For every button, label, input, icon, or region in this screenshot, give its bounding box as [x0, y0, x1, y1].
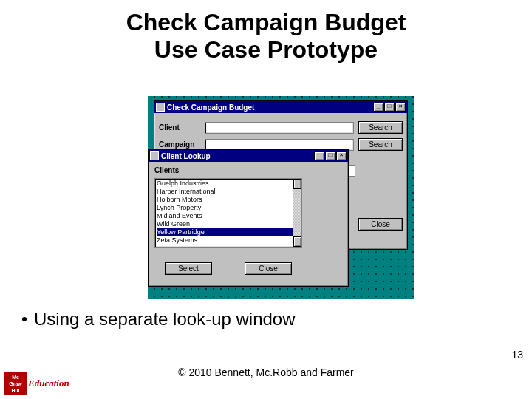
bullet-icon [22, 317, 27, 321]
clients-listbox[interactable]: Guelph Industries Harper International H… [154, 178, 302, 248]
list-item[interactable]: Holborn Motors [157, 196, 300, 204]
system-menu-icon[interactable] [156, 103, 165, 112]
list-item[interactable]: Guelph Industries [157, 180, 300, 188]
slide-title: Check Campaign Budget Use Case Prototype [0, 0, 532, 64]
campaign-label: Campaign [159, 140, 200, 149]
list-item[interactable]: Wild Green [157, 220, 300, 228]
main-window-titlebar[interactable]: Check Campaign Budget _ □ × [154, 101, 407, 113]
page-number: 13 [511, 349, 523, 361]
maximize-icon[interactable]: □ [384, 103, 395, 112]
list-item-selected[interactable]: Yellow Partridge [157, 228, 300, 236]
client-input[interactable] [205, 122, 354, 134]
lookup-close-button[interactable]: Close [245, 262, 292, 275]
list-item[interactable]: Lynch Property [157, 204, 300, 212]
campaign-search-button[interactable]: Search [358, 138, 403, 151]
lookup-window-title: Client Lookup [161, 152, 313, 160]
copyright-text: © 2010 Bennett, Mc.Robb and Farmer [0, 366, 532, 378]
main-close-button[interactable]: Close [358, 218, 403, 231]
publisher-logo: McGrawHill Education [4, 372, 69, 395]
title-line-1: Check Campaign Budget [126, 9, 406, 35]
maximize-icon[interactable]: □ [325, 151, 335, 160]
lookup-window: Client Lookup _ □ × Clients Guelph Indus… [148, 149, 349, 287]
listbox-scrollbar[interactable] [293, 179, 301, 247]
title-line-2: Use Case Prototype [154, 36, 378, 63]
bullet-text: Using a separate look-up window [34, 309, 296, 329]
slide-bullet: Using a separate look-up window [22, 309, 296, 330]
list-item[interactable]: Midland Events [157, 212, 300, 220]
select-button[interactable]: Select [165, 262, 212, 275]
clients-label: Clients [154, 166, 196, 174]
minimize-icon[interactable]: _ [314, 151, 324, 160]
close-icon[interactable]: × [336, 151, 347, 160]
main-window-title: Check Campaign Budget [167, 103, 372, 112]
client-label: Client [159, 123, 200, 132]
lookup-window-titlebar[interactable]: Client Lookup _ □ × [149, 150, 348, 162]
minimize-icon[interactable]: _ [373, 103, 383, 112]
logo-square: McGrawHill [4, 372, 27, 395]
list-item[interactable]: Zeta Systems [157, 236, 300, 245]
screenshot-canvas: Check Campaign Budget _ □ × Client Searc… [148, 96, 414, 299]
client-search-button[interactable]: Search [358, 121, 403, 134]
close-icon[interactable]: × [395, 103, 406, 112]
list-item[interactable]: Harper International [157, 188, 300, 196]
system-menu-icon[interactable] [150, 151, 159, 160]
logo-suffix: Education [28, 378, 69, 389]
